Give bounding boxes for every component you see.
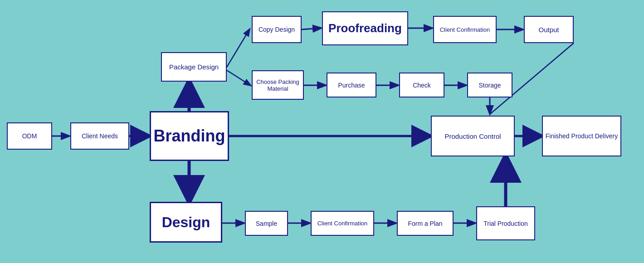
finished-product-box: Finished Product Delivery [542,116,621,156]
package-design-box: Package Design [161,52,227,82]
svg-line-3 [227,29,249,67]
choose-packing-box: Choose Packing Material [252,70,304,100]
storage-box: Storage [467,73,512,97]
production-control-box: Production Control [431,116,515,156]
design-box: Design [150,202,222,243]
check-box: Check [399,73,444,97]
svg-line-7 [227,70,250,85]
form-plan-box: Form a Plan [397,211,454,236]
branding-box: Branding [150,111,229,161]
copy-design-box: Copy Design [252,16,302,43]
output-box: Output [524,16,574,43]
purchase-box: Purchase [327,73,376,97]
trial-production-box: Trial Production [476,206,535,240]
odm-box: ODM [7,122,52,150]
client-confirm-bottom-box: Client Confirmation [311,211,374,236]
client-needs-box: Client Needs [70,122,129,150]
sample-box: Sample [245,211,288,236]
client-confirm-top-box: Client Confirmation [433,16,497,43]
svg-line-4 [302,28,321,29]
proofreading-box: Proofreading [322,11,408,45]
